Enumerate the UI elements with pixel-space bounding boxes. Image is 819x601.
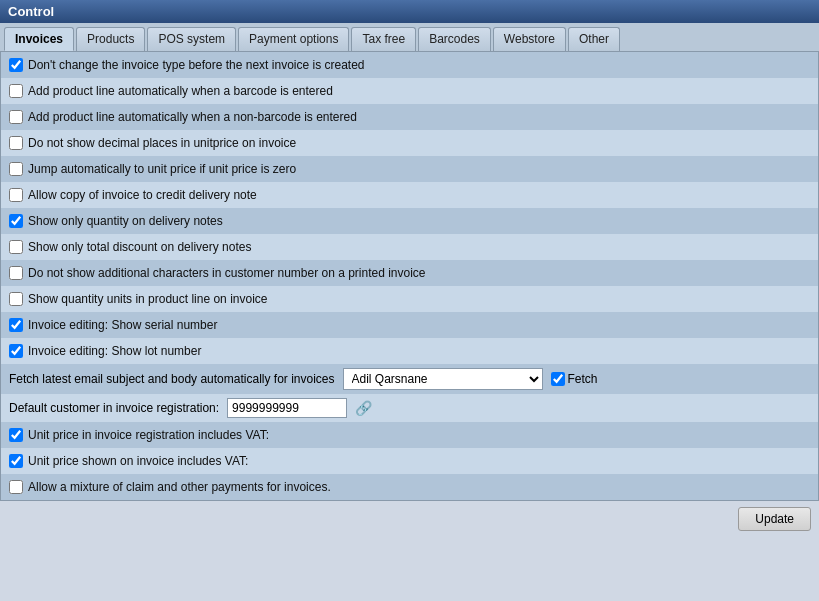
row-row9: Do not show additional characters in cus…: [1, 260, 818, 286]
customer-input[interactable]: [227, 398, 347, 418]
tab-tax-free[interactable]: Tax free: [351, 27, 416, 51]
row-row10: Show quantity units in product line on i…: [1, 286, 818, 312]
row-row1: Don't change the invoice type before the…: [1, 52, 818, 78]
row-vat3: Allow a mixture of claim and other payme…: [1, 474, 818, 500]
row-vat1: Unit price in invoice registration inclu…: [1, 422, 818, 448]
label-row7: Show only quantity on delivery notes: [28, 214, 223, 228]
content-area: Don't change the invoice type before the…: [0, 51, 819, 501]
checkbox-row11[interactable]: [9, 318, 23, 332]
row-row8: Show only total discount on delivery not…: [1, 234, 818, 260]
label-vat3: Allow a mixture of claim and other payme…: [28, 480, 331, 494]
update-button[interactable]: Update: [738, 507, 811, 531]
title-bar: Control: [0, 0, 819, 23]
tab-bar: InvoicesProductsPOS systemPayment option…: [0, 23, 819, 51]
label-row11: Invoice editing: Show serial number: [28, 318, 217, 332]
customer-row-label: Default customer in invoice registration…: [9, 401, 219, 415]
fetch-dropdown[interactable]: Adil Qarsnane: [343, 368, 543, 390]
row-row12: Invoice editing: Show lot number: [1, 338, 818, 364]
checkbox-row9[interactable]: [9, 266, 23, 280]
label-vat1: Unit price in invoice registration inclu…: [28, 428, 269, 442]
tab-pos-system[interactable]: POS system: [147, 27, 236, 51]
row-row5: Jump automatically to unit price if unit…: [1, 156, 818, 182]
label-row12: Invoice editing: Show lot number: [28, 344, 201, 358]
label-row8: Show only total discount on delivery not…: [28, 240, 251, 254]
customer-link-icon[interactable]: 🔗: [355, 400, 372, 416]
label-row4: Do not show decimal places in unitprice …: [28, 136, 296, 150]
tab-other[interactable]: Other: [568, 27, 620, 51]
label-row9: Do not show additional characters in cus…: [28, 266, 426, 280]
label-vat2: Unit price shown on invoice includes VAT…: [28, 454, 248, 468]
row-row3: Add product line automatically when a no…: [1, 104, 818, 130]
label-row10: Show quantity units in product line on i…: [28, 292, 267, 306]
fetch-row-label: Fetch latest email subject and body auto…: [9, 372, 335, 386]
row-row4: Do not show decimal places in unitprice …: [1, 130, 818, 156]
row-row7: Show only quantity on delivery notes: [1, 208, 818, 234]
checkbox-vat1[interactable]: [9, 428, 23, 442]
bottom-bar: Update: [0, 501, 819, 537]
checkbox-row8[interactable]: [9, 240, 23, 254]
label-row3: Add product line automatically when a no…: [28, 110, 357, 124]
checkbox-row2[interactable]: [9, 84, 23, 98]
checkbox-row5[interactable]: [9, 162, 23, 176]
tab-webstore[interactable]: Webstore: [493, 27, 566, 51]
fetch-label: Fetch: [568, 372, 598, 386]
checkbox-row10[interactable]: [9, 292, 23, 306]
tab-invoices[interactable]: Invoices: [4, 27, 74, 51]
customer-row: Default customer in invoice registration…: [1, 394, 818, 422]
fetch-row: Fetch latest email subject and body auto…: [1, 364, 818, 394]
checkbox-vat2[interactable]: [9, 454, 23, 468]
tab-products[interactable]: Products: [76, 27, 145, 51]
label-row1: Don't change the invoice type before the…: [28, 58, 365, 72]
checkbox-row1[interactable]: [9, 58, 23, 72]
label-row6: Allow copy of invoice to credit delivery…: [28, 188, 257, 202]
label-row5: Jump automatically to unit price if unit…: [28, 162, 296, 176]
fetch-check-container: Fetch: [551, 372, 598, 386]
window: Control InvoicesProductsPOS systemPaymen…: [0, 0, 819, 601]
label-row2: Add product line automatically when a ba…: [28, 84, 333, 98]
checkbox-row3[interactable]: [9, 110, 23, 124]
checkbox-row7[interactable]: [9, 214, 23, 228]
row-vat2: Unit price shown on invoice includes VAT…: [1, 448, 818, 474]
checkbox-row6[interactable]: [9, 188, 23, 202]
fetch-checkbox[interactable]: [551, 372, 565, 386]
checkbox-row4[interactable]: [9, 136, 23, 150]
checkbox-vat3[interactable]: [9, 480, 23, 494]
row-row6: Allow copy of invoice to credit delivery…: [1, 182, 818, 208]
window-title: Control: [8, 4, 54, 19]
tab-payment-options[interactable]: Payment options: [238, 27, 349, 51]
row-row11: Invoice editing: Show serial number: [1, 312, 818, 338]
tab-barcodes[interactable]: Barcodes: [418, 27, 491, 51]
checkbox-row12[interactable]: [9, 344, 23, 358]
row-row2: Add product line automatically when a ba…: [1, 78, 818, 104]
